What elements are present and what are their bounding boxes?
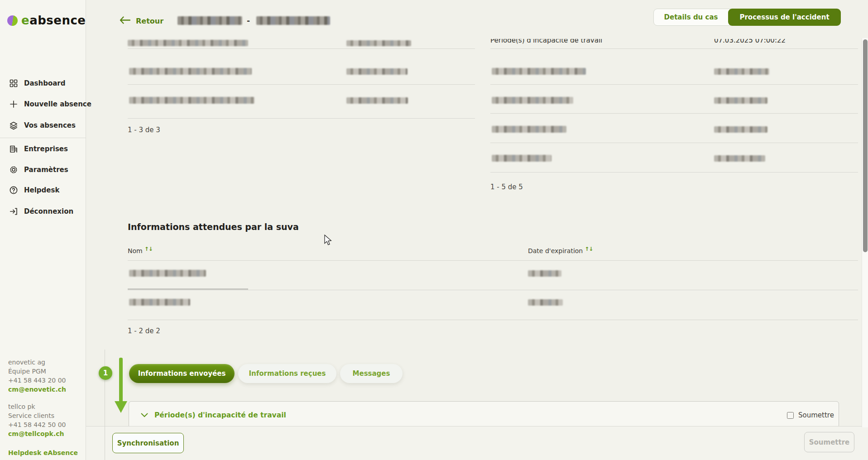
right-table-first-label: Période(s) d'incapacité de travail [490,39,602,44]
sort-icon: ↑↓ [585,246,593,252]
case-title-redacted [177,16,242,25]
redacted-text [129,68,252,75]
redacted-text [492,68,586,75]
sidebar-item-label: Déconnexion [24,207,73,216]
row-divider [490,48,858,49]
row-divider [490,143,858,143]
redacted-text [492,97,573,104]
case-number-redacted [256,16,330,25]
soumettre-checkbox-label: Soumettre [798,411,834,419]
helpdesk-link-wrap: Helpdesk eAbsence [8,448,78,457]
redacted-text [128,40,248,46]
annotation-arrowhead-icon [115,401,127,413]
left-table-pagination: 1 - 3 de 3 [128,126,160,134]
annotation-arrow [119,358,123,402]
email-link-tellco[interactable]: cm@tellcopk.ch [8,430,64,437]
action-bar: Synchronisation Soumettre [86,426,868,460]
contact-line: enovetic ag [8,358,66,367]
redacted-text [492,126,566,133]
sidebar-item-label: Helpdesk [24,186,59,194]
expiry-sort-header[interactable]: Date d'expiration ↑↓ [528,247,593,254]
chevron-down-icon [141,411,148,419]
back-arrow-icon [120,16,130,26]
scrollbar-thumb[interactable] [863,39,868,252]
helpdesk-eabsence-link[interactable]: Helpdesk eAbsence [8,449,78,456]
email-link-enovetic[interactable]: cm@enovetic.ch [8,386,66,393]
suva-section-title: Informations attendues par la suva [128,222,299,232]
column-label: Date d'expiration [528,247,583,254]
logo-text: eabsence [21,14,86,27]
sidebar-item-label: Dashboard [24,79,65,87]
sidebar-divider [0,138,86,138]
dashboard-icon [9,79,18,88]
sidebar-item-label: Entreprises [24,145,68,153]
sidebar-item-entreprises[interactable]: Entreprises [9,143,68,155]
building-icon [9,144,18,153]
sidebar-item-nouvelle-absence[interactable]: Nouvelle absence [9,98,91,110]
contact-line: +41 58 442 50 00 [8,420,66,429]
tab-details-du-cas[interactable]: Details du cas [654,9,728,25]
sidebar-item-parametres[interactable]: Paramètres [9,164,68,176]
redacted-text [492,155,551,162]
pill-informations-recues[interactable]: Informations reçues [238,364,336,383]
layers-icon [9,121,18,130]
sidebar-item-deconnexion[interactable]: Déconnexion [9,206,73,217]
row-divider [128,320,858,320]
right-table-first-value: 07.03.2025 07:00:22 [714,39,786,44]
contact-line: +41 58 443 20 00 [8,376,66,385]
logo-text-e: e [21,14,29,27]
contact-line: Équipe PGM [8,367,66,376]
right-table-pagination: 1 - 5 de 5 [490,183,523,191]
column-label: Nom [128,247,143,254]
pill-messages[interactable]: Messages [340,364,403,383]
gear-icon [9,165,18,174]
plus-icon [9,100,18,109]
pill-informations-envoyees[interactable]: Informations envoyées [129,364,235,383]
sort-icon: ↑↓ [144,246,153,252]
sidebar-item-label: Vos absences [24,121,76,129]
submit-button-disabled[interactable]: Soumettre [804,432,854,452]
back-label: Retour [136,17,163,25]
accordion-header[interactable]: Période(s) d'incapacité de travail [141,411,286,419]
redacted-text [714,155,765,162]
soumettre-checkbox[interactable] [787,412,794,419]
row-divider [128,84,475,85]
mouse-cursor-icon [324,235,332,248]
scrollbar-track[interactable] [862,38,868,427]
sidebar-item-vos-absences[interactable]: Vos absences [9,120,76,131]
contact-line: tellco pk [8,402,66,411]
sidebar: eabsence Dashboard Nouvelle absence Vos … [0,0,86,460]
contact-block-enovetic: enovetic ag Équipe PGM +41 58 443 20 00 … [8,358,66,394]
row-divider [128,118,475,119]
redacted-text [129,299,190,306]
logout-icon [9,207,18,216]
logo-orb-icon [7,15,18,26]
row-divider [490,84,858,85]
sidebar-item-label: Paramètres [24,166,68,174]
sidebar-item-helpdesk[interactable]: Helpdesk [9,184,59,196]
redacted-text [528,270,561,277]
row-divider [128,290,858,290]
contact-line: Service clients [8,411,66,420]
accordion-title: Période(s) d'incapacité de travail [154,411,286,419]
eabsence-app: eabsence Dashboard Nouvelle absence Vos … [0,0,868,460]
sidebar-item-dashboard[interactable]: Dashboard [9,77,65,89]
tab-processus-accident[interactable]: Processus de l'accident [728,9,841,26]
back-button[interactable]: Retour [120,16,163,26]
logo-text-rest: absence [29,14,86,27]
case-tabs: Details du cas Processus de l'accident [653,9,841,26]
synchronisation-button[interactable]: Synchronisation [112,433,184,453]
redacted-text [714,126,767,133]
sidebar-item-label: Nouvelle absence [24,100,91,108]
app-logo[interactable]: eabsence [7,14,86,27]
table-header-divider [128,260,858,261]
cut-row-clip: Période(s) d'incapacité de travail 07.03… [490,39,844,47]
redacted-text [346,97,408,104]
nom-sort-header[interactable]: Nom ↑↓ [128,247,153,254]
annotation-step-badge: 1 [99,366,112,380]
redacted-text [714,68,769,75]
redacted-text [129,270,206,277]
redacted-text [714,97,767,104]
question-circle-icon [9,186,18,195]
suva-table-pagination: 1 - 2 de 2 [128,327,160,335]
